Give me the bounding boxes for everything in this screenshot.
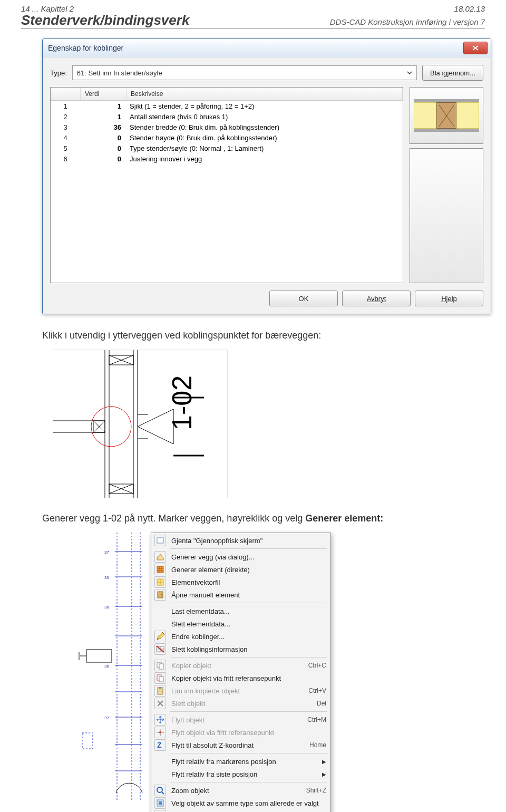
none: [154, 605, 166, 617]
properties-grid[interactable]: Verdi Beskrivelse 11Sjikt (1 = stender, …: [50, 87, 403, 283]
preview-thumbnail[interactable]: [410, 87, 483, 144]
paste-icon: [155, 685, 166, 696]
menu-item[interactable]: Slett elementdata...: [151, 617, 330, 630]
browse-button[interactable]: Bla igjennom...: [422, 65, 483, 81]
menu-item[interactable]: Generer vegg (via dialog)...: [151, 550, 330, 563]
grid-row[interactable]: 60Justering innover i vegg: [51, 153, 403, 164]
dialog-title: Egenskap for koblinger: [48, 44, 123, 52]
grid-row[interactable]: 50Type stender/søyle (0: Normal , 1: Lam…: [51, 143, 403, 153]
instruction-2: Generer vegg 1-02 på nytt. Marker veggen…: [42, 513, 485, 524]
menu-item: Kopier objektCtrl+C: [151, 659, 330, 672]
menu-item[interactable]: Last elementdata...: [151, 605, 330, 617]
help-button[interactable]: Hjelp: [415, 291, 483, 306]
grid-row-index: 5: [51, 143, 80, 153]
grid-row-value: 1: [80, 101, 125, 111]
grid-row[interactable]: 21Antall stendere (hvis 0 brukes 1): [51, 111, 403, 122]
grid-row-index: 4: [51, 132, 80, 143]
type-combo[interactable]: 61: Sett inn fri stender/søyle: [72, 65, 417, 80]
plan-drawing-2: 37 35 38 36 37: [53, 533, 148, 801]
z-icon: Z: [154, 739, 166, 751]
none: [154, 756, 166, 767]
menu-item-label: Lim inn kopierte objekt: [171, 687, 297, 695]
menu-item: Slett objektDel: [151, 697, 330, 710]
svg-point-39: [161, 594, 162, 595]
preview-empty[interactable]: [410, 148, 483, 283]
zoom-icon: [154, 785, 166, 796]
grid-row-index: 1: [51, 101, 80, 111]
orange-grid-icon: [155, 564, 166, 575]
house-icon: [155, 552, 166, 562]
move-icon: [155, 714, 166, 725]
menu-item[interactable]: ZFlytt til absolutt Z-koordinatHome: [151, 739, 330, 751]
grid-row[interactable]: 336Stender bredde (0: Bruk dim. på kobli…: [51, 122, 403, 132]
menu-item[interactable]: Generer element (direkte): [151, 563, 330, 576]
menu-item[interactable]: Kopier objekt via fritt referansepunkt: [151, 672, 330, 684]
svg-rect-46: [159, 687, 161, 689]
menu-item[interactable]: Opprett samarbeidsrapport (BCF)...: [151, 809, 330, 812]
copy-ref-icon: [155, 673, 166, 683]
plan-drawing-1: 1-02: [53, 350, 228, 498]
grid-row-value: 0: [80, 132, 125, 143]
grid-row-desc: Sjikt (1 = stender, 2 = påforing, 12 = 1…: [125, 101, 403, 111]
close-button[interactable]: [463, 42, 488, 54]
svg-rect-44: [159, 676, 163, 682]
svg-text:Z: Z: [157, 741, 162, 749]
menu-item: Lim inn kopierte objektCtrl+V: [151, 684, 330, 697]
grid-row[interactable]: 40Stender høyde (0: Bruk dim. på kobling…: [51, 132, 403, 143]
svg-rect-34: [82, 733, 93, 749]
svg-text:37: 37: [104, 716, 109, 720]
type-combo-value: 61: Sett inn fri stender/søyle: [77, 69, 162, 77]
menu-item-label: Generer vegg (via dialog)...: [171, 553, 326, 561]
menu-item-shortcut: Ctrl+M: [307, 716, 326, 723]
house-icon: [154, 551, 166, 563]
menu-item[interactable]: Endre koblinger...: [151, 630, 330, 643]
grid-row-value: 36: [80, 122, 125, 132]
svg-rect-38: [158, 592, 163, 598]
instruction-1: Klikk i utvendig i ytterveggen ved kobli…: [42, 330, 485, 341]
orange-grid-icon: [154, 564, 166, 575]
menu-item-label: Last elementdata...: [171, 607, 326, 615]
menu-item-shortcut: Ctrl+C: [308, 662, 326, 669]
z-icon: Z: [155, 740, 166, 750]
menu-item[interactable]: Elementvektorfil: [151, 576, 330, 588]
menu-separator: [170, 753, 327, 753]
svg-point-47: [159, 731, 161, 733]
none: [154, 768, 166, 780]
page-subtitle: DDS-CAD Konstruksjon innføring i versjon…: [330, 17, 485, 26]
ok-button[interactable]: OK: [269, 291, 338, 306]
grid-header: Verdi Beskrivelse: [51, 88, 403, 101]
grid-row-value: 1: [80, 111, 125, 122]
menu-item-label: Endre koblinger...: [171, 633, 326, 641]
submenu-arrow-icon: ▶: [322, 771, 326, 777]
report-icon: [154, 810, 166, 812]
grid-row[interactable]: 11Sjikt (1 = stender, 2 = påforing, 12 =…: [51, 101, 403, 111]
menu-item[interactable]: Flytt relativ fra markørens posisjon▶: [151, 755, 330, 768]
cancel-button[interactable]: Avbryt: [342, 291, 411, 306]
menu-item-label: Kopier objekt via fritt referansepunkt: [171, 674, 326, 682]
grid-row-value: 0: [80, 143, 125, 153]
grid-row-desc: Stender høyde (0: Bruk dim. på koblingss…: [125, 132, 403, 143]
menu-item[interactable]: Zoom objektShift+Z: [151, 784, 330, 797]
svg-text:38: 38: [104, 605, 109, 610]
menu-item[interactable]: Flytt relativ fra siste posisjon▶: [151, 768, 330, 780]
menu-item[interactable]: Velg objekt av samme type som allerede e…: [151, 797, 330, 809]
svg-rect-31: [86, 650, 112, 662]
pencil-icon: [154, 631, 166, 642]
svg-text:35: 35: [104, 575, 109, 580]
svg-rect-52: [159, 801, 162, 805]
dialog-egenskap-koblinger: Egenskap for koblinger Type: 61: Sett in…: [42, 38, 491, 314]
menu-item[interactable]: Åpne manuelt element: [151, 588, 330, 601]
door-icon: [155, 589, 166, 600]
menu-item-shortcut: Shift+Z: [306, 787, 326, 794]
svg-line-50: [162, 792, 164, 794]
menu-item[interactable]: Slett koblingsinformasjon: [151, 643, 330, 655]
blank-rect-icon: [154, 535, 166, 546]
menu-separator: [170, 603, 327, 603]
grid-row-index: 3: [51, 122, 80, 132]
menu-item-label: Flytt relativ fra markørens posisjon: [171, 758, 313, 766]
menu-item-shortcut: Del: [317, 700, 326, 707]
yellow-grid-icon: [154, 576, 166, 588]
menu-item[interactable]: Gjenta "Gjennoppfrisk skjerm": [151, 534, 330, 547]
page-date: 18.02.13: [454, 4, 485, 13]
svg-text:36: 36: [104, 664, 109, 669]
